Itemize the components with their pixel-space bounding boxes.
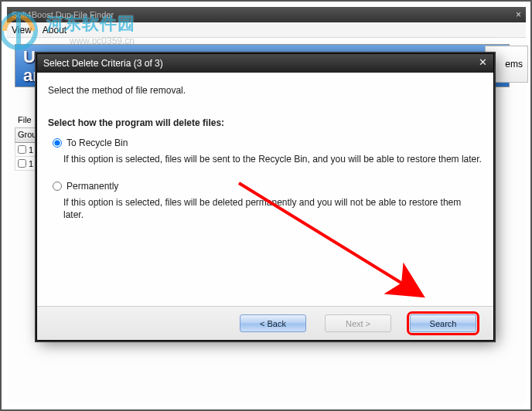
option-recycle-label: To Recycle Bin — [66, 138, 128, 148]
dialog-footer: < Back Next > Search — [37, 306, 493, 340]
file-label: File — [18, 115, 32, 124]
dialog-subheading: Select how the program will delete files… — [48, 117, 483, 128]
menu-view[interactable]: View — [12, 25, 32, 36]
next-button: Next > — [325, 314, 391, 332]
watermark-text: 河东软件园 — [46, 12, 135, 36]
search-button-label: Search — [430, 319, 457, 328]
dialog-heading: Select the method of file removal. — [48, 85, 483, 96]
dialog-titlebar: Select Delete Criteria (3 of 3) ✕ — [37, 54, 493, 73]
dialog-close-icon[interactable]: ✕ — [476, 57, 489, 70]
next-button-label: Next > — [346, 319, 370, 328]
option-permanent-radio[interactable] — [53, 182, 62, 191]
row-label: 1 — [29, 159, 33, 168]
row-checkbox[interactable] — [18, 159, 26, 168]
dialog-title: Select Delete Criteria (3 of 3) — [43, 58, 163, 69]
dialog-body: Select the method of file removal. Selec… — [37, 73, 493, 221]
row-checkbox[interactable] — [18, 145, 26, 154]
row-label: 1 — [29, 145, 33, 155]
option-recycle-radio[interactable] — [53, 138, 62, 148]
items-button-label: ems — [505, 59, 523, 70]
option-permanent-label: Permanently — [66, 181, 118, 192]
option-permanent-desc: If this option is selected, files will b… — [63, 196, 483, 221]
watermark-url: www.pc0359.cn — [70, 36, 135, 46]
back-button[interactable]: < Back — [240, 314, 306, 332]
search-button[interactable]: Search — [410, 314, 476, 332]
delete-criteria-dialog: Select Delete Criteria (3 of 3) ✕ Select… — [36, 53, 494, 341]
option-recycle-bin[interactable]: To Recycle Bin — [53, 138, 483, 148]
option-permanent[interactable]: Permanently — [53, 181, 483, 192]
back-button-label: < Back — [260, 319, 286, 328]
main-close-icon[interactable]: × — [516, 9, 521, 20]
option-recycle-desc: If this option is selected, files will b… — [63, 153, 483, 165]
